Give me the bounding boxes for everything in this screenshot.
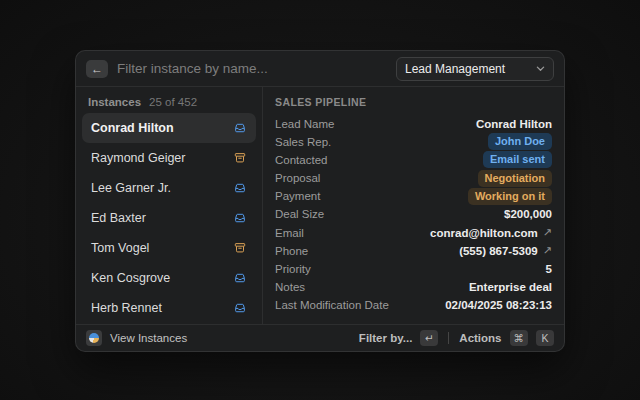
detail-value: Conrad Hilton xyxy=(476,118,552,130)
detail-value: Enterprise deal xyxy=(469,281,552,293)
detail-label: Priority xyxy=(275,263,311,275)
status-badge: Working on it xyxy=(468,188,552,205)
detail-value: $200,000 xyxy=(504,208,552,220)
instance-name: Lee Garner Jr. xyxy=(91,181,171,195)
footer-divider xyxy=(448,332,449,344)
current-command-label: View Instances xyxy=(110,332,187,344)
instance-name: Ken Cosgrove xyxy=(91,271,170,285)
chevron-down-icon xyxy=(536,64,545,73)
detail-label: Notes xyxy=(275,281,305,293)
archive-box-icon xyxy=(233,241,247,255)
detail-row: Last Modification Date 02/04/2025 08:23:… xyxy=(275,297,552,314)
detail-rows: Lead Name Conrad Hilton Sales Rep. John … xyxy=(275,115,552,318)
detail-section-title: SALES PIPELINE xyxy=(275,96,552,108)
detail-value: Email sent xyxy=(483,151,552,168)
instance-name: Herb Rennet xyxy=(91,301,162,315)
inbox-tray-icon xyxy=(233,271,247,285)
detail-label: Email xyxy=(275,227,304,239)
text-value: 02/04/2025 08:23:13 xyxy=(445,299,552,311)
detail-label: Payment xyxy=(275,190,320,202)
detail-label: Lead Name xyxy=(275,118,334,130)
enter-key-icon: ↵ xyxy=(420,330,438,346)
instance-row[interactable]: Raymond Geiger xyxy=(82,143,256,173)
detail-value: conrad@hilton.com↗ xyxy=(430,226,552,239)
back-button[interactable]: ← xyxy=(86,60,108,78)
instances-list-pane: Instances 25 of 452 Conrad Hilton Raymon… xyxy=(76,87,263,324)
instance-row[interactable]: Conrad Hilton xyxy=(82,113,256,143)
text-value: Conrad Hilton xyxy=(476,118,552,130)
list-section-header: Instances 25 of 452 xyxy=(76,93,262,113)
text-value: $200,000 xyxy=(504,208,552,220)
search-input[interactable] xyxy=(117,61,387,76)
detail-row: Lead Name Conrad Hilton xyxy=(275,115,552,132)
detail-value: (555) 867-5309↗ xyxy=(459,244,552,257)
instance-row[interactable]: Lee Garner Jr. xyxy=(82,173,256,203)
text-value: Enterprise deal xyxy=(469,281,552,293)
inbox-tray-icon xyxy=(233,181,247,195)
detail-row: Payment Working on it xyxy=(275,188,552,205)
detail-label: Last Modification Date xyxy=(275,299,389,311)
content-area: Instances 25 of 452 Conrad Hilton Raymon… xyxy=(76,87,564,324)
action-bar: View Instances Filter by... ↵ Actions ⌘ … xyxy=(76,324,564,351)
status-badge: Email sent xyxy=(483,151,552,168)
detail-row: Sales Rep. John Doe xyxy=(275,133,552,150)
detail-label: Deal Size xyxy=(275,208,324,220)
instance-name: Ed Baxter xyxy=(91,211,146,225)
detail-value: John Doe xyxy=(488,133,552,150)
instance-name: Tom Vogel xyxy=(91,241,149,255)
instance-row[interactable]: Ed Baxter xyxy=(82,203,256,233)
status-badge: John Doe xyxy=(488,133,552,150)
detail-row: Email conrad@hilton.com↗ xyxy=(275,224,552,241)
detail-pane: SALES PIPELINE Lead Name Conrad Hilton S… xyxy=(263,87,564,324)
detail-row: Priority 5 xyxy=(275,261,552,278)
inbox-tray-icon xyxy=(233,121,247,135)
external-link-arrow-icon: ↗ xyxy=(543,244,552,257)
back-arrow-icon: ← xyxy=(91,62,103,76)
detail-row: Deal Size $200,000 xyxy=(275,206,552,223)
list-count: 25 of 452 xyxy=(149,96,197,108)
detail-row: Proposal Negotiation xyxy=(275,170,552,187)
extension-app-icon xyxy=(86,330,102,346)
instance-row[interactable]: Herb Rennet xyxy=(82,293,256,323)
color-wheel-icon xyxy=(89,333,99,343)
detail-label: Phone xyxy=(275,245,308,257)
inbox-tray-icon xyxy=(233,211,247,225)
instance-row[interactable]: Ken Cosgrove xyxy=(82,263,256,293)
archive-box-icon xyxy=(233,151,247,165)
dropdown-selected-value: Lead Management xyxy=(405,62,505,76)
detail-row: Notes Enterprise deal xyxy=(275,279,552,296)
k-key-icon: K xyxy=(536,330,554,346)
detail-row: Phone (555) 867-5309↗ xyxy=(275,242,552,259)
inbox-tray-icon xyxy=(233,301,247,315)
detail-value: Working on it xyxy=(468,188,552,205)
link-value[interactable]: conrad@hilton.com xyxy=(430,227,538,239)
status-badge: Negotiation xyxy=(478,170,553,187)
actions-menu-button[interactable]: Actions xyxy=(459,332,501,344)
instance-name: Raymond Geiger xyxy=(91,151,186,165)
command-palette-window: ← Lead Management Instances 25 of 452 Co… xyxy=(75,50,565,352)
detail-label: Sales Rep. xyxy=(275,136,331,148)
link-value[interactable]: (555) 867-5309 xyxy=(459,245,538,257)
detail-label: Proposal xyxy=(275,172,320,184)
instance-row[interactable]: Tom Vogel xyxy=(82,233,256,263)
instance-name: Conrad Hilton xyxy=(91,121,174,135)
detail-label: Contacted xyxy=(275,154,327,166)
instances-list: Conrad Hilton Raymond Geiger Lee Garner … xyxy=(76,113,262,323)
extension-dropdown[interactable]: Lead Management xyxy=(396,57,554,81)
filter-by-action[interactable]: Filter by... xyxy=(359,332,412,344)
detail-value: 02/04/2025 08:23:13 xyxy=(445,299,552,311)
list-title: Instances xyxy=(88,96,141,108)
detail-value: 5 xyxy=(546,263,552,275)
detail-row: Contacted Email sent xyxy=(275,151,552,168)
cmd-key-icon: ⌘ xyxy=(510,330,529,346)
external-link-arrow-icon: ↗ xyxy=(543,226,552,239)
text-value: 5 xyxy=(546,263,552,275)
detail-value: Negotiation xyxy=(478,170,553,187)
top-bar: ← Lead Management xyxy=(76,51,564,87)
